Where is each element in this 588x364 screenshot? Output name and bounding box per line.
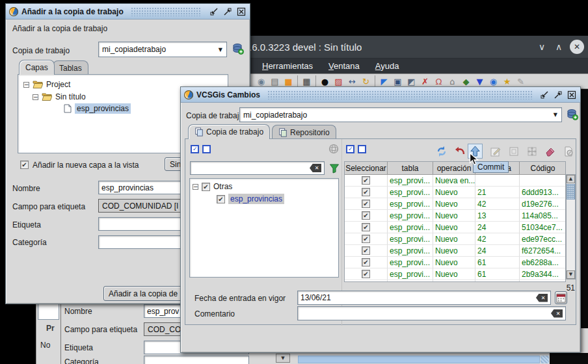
edit-icon[interactable] bbox=[489, 145, 502, 158]
print-icon[interactable]: ▤ bbox=[268, 75, 282, 88]
menu-ventana[interactable]: Ventana bbox=[328, 61, 360, 71]
measure-icon[interactable]: ↔ bbox=[345, 75, 359, 88]
table-row[interactable]: ✔esp_provi...Nuevo61eb6288a... bbox=[345, 257, 565, 268]
tree-item-project[interactable]: − Project bbox=[23, 79, 70, 90]
working-copy-combo[interactable]: mi_copiadetrabajo ▼ bbox=[98, 42, 227, 57]
row-checkbox[interactable]: ✔ bbox=[362, 223, 370, 231]
edit-tools-icon[interactable]: ✎ bbox=[514, 75, 528, 88]
maximize-icon[interactable] bbox=[553, 90, 563, 100]
undo-icon[interactable] bbox=[453, 145, 466, 158]
navigation-globe-icon[interactable]: ◉ bbox=[254, 75, 268, 88]
selection-funnel-icon[interactable]: ▼ bbox=[473, 75, 487, 88]
main-close-button[interactable]: ✕ bbox=[570, 40, 584, 54]
connect-database-icon[interactable] bbox=[566, 108, 579, 121]
search-input[interactable]: ✕ bbox=[190, 161, 325, 175]
row-checkbox[interactable]: ✔ bbox=[362, 258, 370, 266]
layers-tool-icon[interactable]: ◆ bbox=[459, 75, 473, 88]
close-icon[interactable] bbox=[236, 6, 247, 17]
select-all-icon[interactable]: ✓ bbox=[191, 145, 199, 153]
row-checkbox[interactable]: ✔ bbox=[362, 270, 370, 278]
tab-working-copy[interactable]: Copia de trabajo bbox=[188, 124, 270, 139]
info-icon[interactable]: ● bbox=[318, 75, 332, 88]
table-scrollbar[interactable]: ▲ ▼ bbox=[566, 174, 576, 280]
select-polygon-icon[interactable]: ⌂ bbox=[446, 75, 459, 88]
row-checkbox[interactable]: ✔ bbox=[362, 200, 370, 208]
dialog-titlebar[interactable]: Añadir a la copia de trabajo bbox=[6, 4, 250, 20]
zoom-extent-icon[interactable]: Ω bbox=[432, 75, 446, 88]
deselect-all-icon[interactable] bbox=[202, 145, 211, 153]
calendar-icon[interactable] bbox=[555, 291, 567, 304]
tab-tablas[interactable]: Tablas bbox=[53, 60, 88, 75]
row-checkbox[interactable]: ✔ bbox=[362, 235, 370, 243]
tab-repository[interactable]: Repositorio bbox=[272, 125, 336, 139]
sphere-icon[interactable] bbox=[328, 143, 340, 155]
col-seleccionar[interactable]: Seleccionar bbox=[345, 162, 388, 175]
tree-collapse-icon[interactable]: − bbox=[193, 184, 198, 190]
table-row[interactable]: ✔esp_provi...Nuevo bbox=[345, 280, 565, 282]
row-checkbox[interactable]: ✔ bbox=[362, 211, 370, 220]
frame-icon[interactable] bbox=[507, 145, 520, 158]
tree-item-esp-provincias[interactable]: ✔ esp_provincias bbox=[217, 194, 284, 204]
scroll-up-icon[interactable]: ▲ bbox=[567, 175, 575, 183]
zoom-out-icon[interactable]: ✗ bbox=[418, 75, 432, 88]
clear-search-icon[interactable]: ✕ bbox=[310, 164, 321, 172]
main-window-titlebar[interactable]: .6.0.3223 devel : Sin título ∨ ∧ ✕ bbox=[244, 36, 588, 58]
col-tabla[interactable]: tabla bbox=[388, 162, 433, 175]
row-checkbox[interactable]: ✔ bbox=[362, 281, 370, 282]
connect-database-icon[interactable] bbox=[232, 42, 245, 55]
col-codigo[interactable]: Código bbox=[520, 162, 566, 175]
table-row[interactable]: ✔esp_provi...Nuevo42ede97ecc... bbox=[345, 233, 565, 245]
table-row[interactable]: ✔esp_provi...Nuevo612b9a344... bbox=[345, 268, 565, 280]
add-layer-icon[interactable]: ■ bbox=[282, 75, 295, 88]
scroll-down-icon[interactable]: ▼ bbox=[567, 270, 575, 279]
refresh-view-icon[interactable]: ↻ bbox=[359, 75, 373, 88]
pointer-icon[interactable]: ◤ bbox=[377, 75, 391, 88]
tree-collapse-icon[interactable]: − bbox=[33, 94, 38, 100]
tree-item-view[interactable]: − Sin título bbox=[33, 92, 86, 102]
main-maximize-button[interactable]: ∧ bbox=[550, 42, 567, 52]
category-field[interactable] bbox=[144, 356, 249, 364]
scrollbar-thumb[interactable] bbox=[567, 184, 575, 200]
table-row[interactable]: ✔esp_provi...Nuevo24f6272654... bbox=[345, 245, 565, 257]
row-checkbox[interactable]: ✔ bbox=[362, 188, 370, 196]
zoom-select-icon[interactable]: ▣ bbox=[391, 75, 405, 88]
close-icon[interactable] bbox=[567, 90, 577, 100]
add-to-view-checkbox[interactable]: ✔ bbox=[20, 161, 29, 169]
refresh-icon[interactable] bbox=[435, 145, 448, 158]
deselect-all-rows-icon[interactable] bbox=[358, 145, 366, 153]
menu-ayuda[interactable]: Ayuda bbox=[375, 61, 399, 71]
select-all-rows-icon[interactable]: ✓ bbox=[346, 145, 354, 153]
highlight-icon[interactable]: ★ bbox=[500, 75, 514, 88]
minimize-icon[interactable] bbox=[209, 6, 219, 17]
zoom-previous-icon[interactable]: ◩ bbox=[405, 75, 418, 88]
working-copy-combo[interactable]: mi_copiadetrabajo ▼ bbox=[239, 107, 562, 122]
row-checkbox[interactable]: ✔ bbox=[362, 246, 370, 255]
table-row[interactable]: ✔esp_provi...Nuevo2451034ce7... bbox=[345, 222, 565, 233]
vcsgis-titlebar[interactable]: VCSGis Cambios bbox=[181, 87, 580, 103]
otras-checkbox[interactable]: ✔ bbox=[202, 183, 210, 191]
clear-date-icon[interactable]: ✕ bbox=[536, 294, 548, 302]
show-table-icon[interactable]: ▦ bbox=[300, 75, 314, 88]
effective-date-input[interactable]: 13/06/21 ✕ bbox=[297, 291, 551, 305]
report-icon[interactable] bbox=[562, 145, 575, 158]
table-row[interactable]: ✔esp_provi...Nuevo216ddd913... bbox=[345, 187, 565, 198]
filter-funnel-icon[interactable] bbox=[328, 162, 340, 174]
table-row[interactable]: ✔esp_provi...Nueva en... bbox=[345, 175, 565, 187]
hatch-symbol-icon[interactable]: ▨ bbox=[332, 75, 345, 88]
world-icon[interactable]: ◉ bbox=[487, 75, 500, 88]
table-row[interactable]: ✔esp_provi...Nuevo42d19e276... bbox=[345, 198, 565, 210]
eraser-icon[interactable] bbox=[544, 145, 557, 158]
minimize-icon[interactable] bbox=[539, 90, 550, 100]
main-minimize-button[interactable]: ∨ bbox=[533, 42, 550, 52]
dropdown-button[interactable]: ▼ bbox=[276, 354, 290, 363]
row-checkbox[interactable]: ✔ bbox=[362, 176, 370, 185]
center-view-icon[interactable] bbox=[526, 145, 539, 158]
maximize-icon[interactable] bbox=[222, 6, 233, 17]
tab-capas[interactable]: Capas bbox=[19, 60, 55, 75]
comment-input[interactable]: ✕ bbox=[297, 306, 566, 320]
tree-item-otras[interactable]: − ✔ Otras bbox=[193, 182, 232, 191]
menu-herramientas[interactable]: Herramientas bbox=[262, 61, 313, 71]
clear-comment-icon[interactable]: ✕ bbox=[551, 309, 563, 318]
tree-collapse-icon[interactable]: − bbox=[23, 82, 29, 88]
esp-provincias-checkbox[interactable]: ✔ bbox=[217, 195, 225, 203]
